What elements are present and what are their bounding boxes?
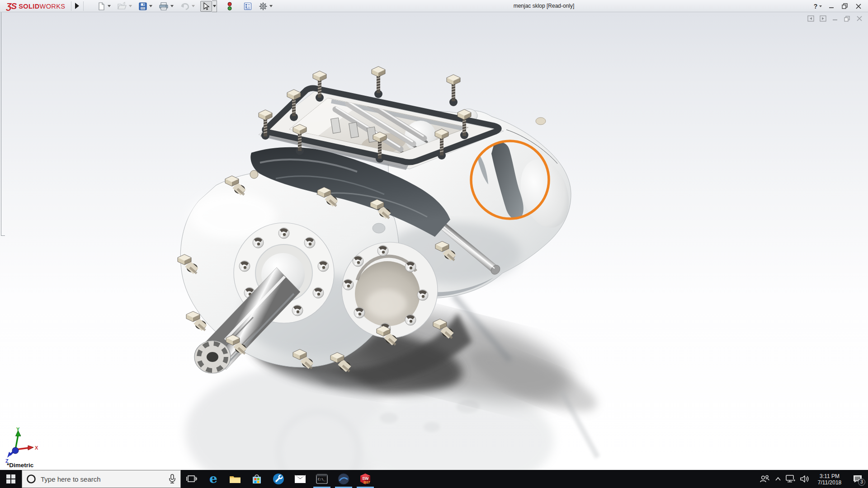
edge-button[interactable]: e	[203, 470, 224, 488]
notification-badge: 3	[858, 479, 865, 486]
properties-button[interactable]	[242, 1, 253, 12]
menu-flyout-arrow[interactable]	[74, 2, 80, 10]
store-icon	[251, 474, 262, 484]
chevron-up-icon	[775, 477, 781, 481]
select-tool-dropdown[interactable]	[212, 0, 217, 12]
restore-button[interactable]	[839, 1, 851, 11]
system-tray: 3:11 PM 7/11/2018 3	[757, 470, 868, 488]
view-lights-button[interactable]	[226, 1, 233, 12]
document-title: menjac sklop [Read-only]	[514, 3, 575, 9]
view-orientation-label: *Dimetric	[7, 462, 33, 469]
gear-icon	[259, 2, 268, 11]
undo-icon	[180, 2, 190, 11]
command-prompt-icon: C:\_	[316, 474, 328, 484]
minimize-button[interactable]	[826, 1, 837, 11]
action-center-button[interactable]: 3	[847, 470, 868, 488]
open-dropdown[interactable]	[128, 1, 133, 12]
support-assist-button[interactable]	[333, 470, 354, 488]
save-button[interactable]	[137, 1, 148, 12]
open-icon	[117, 2, 127, 11]
tray-time: 3:11 PM	[820, 473, 840, 479]
search-input[interactable]	[41, 475, 164, 483]
graphics-viewport[interactable]: Y X Z *Dimetric	[0, 12, 868, 470]
tray-overflow-button[interactable]	[772, 470, 784, 488]
start-button[interactable]	[0, 470, 22, 488]
wrench-circle-icon	[273, 473, 284, 485]
options-dropdown[interactable]	[269, 1, 274, 12]
solidworks-button[interactable]: SW 2017	[354, 470, 376, 488]
task-view-icon	[186, 474, 197, 484]
side-cover-flange[interactable]	[342, 242, 438, 338]
file-explorer-button[interactable]	[224, 470, 246, 488]
help-button[interactable]: ?	[812, 1, 824, 11]
open-button[interactable]	[116, 1, 128, 12]
reference-triad: Y X Z	[3, 427, 44, 465]
new-document-icon	[97, 2, 106, 11]
new-document-button[interactable]	[96, 1, 107, 12]
solidworks-logo: ƷSSOLIDWORKS	[6, 1, 65, 11]
new-document-dropdown[interactable]	[107, 1, 112, 12]
support-assist-icon	[338, 473, 349, 485]
title-bar: ƷSSOLIDWORKS	[0, 0, 868, 12]
solidworks-2017-icon: SW 2017	[359, 473, 371, 485]
select-cursor-icon	[202, 2, 211, 11]
print-dropdown[interactable]	[170, 1, 175, 12]
undo-button[interactable]	[179, 1, 191, 12]
mail-button[interactable]	[289, 470, 311, 488]
clock[interactable]: 3:11 PM 7/11/2018	[812, 470, 847, 488]
volume-button[interactable]	[797, 470, 812, 488]
people-button[interactable]	[757, 470, 772, 488]
tray-date: 7/11/2018	[818, 479, 842, 486]
command-prompt-button[interactable]: C:\_	[311, 470, 333, 488]
print-icon	[159, 2, 169, 11]
print-button[interactable]	[158, 1, 170, 12]
main-toolbar	[96, 0, 274, 12]
properties-list-icon	[243, 2, 252, 11]
microphone-icon[interactable]	[169, 474, 176, 484]
dassault-glyph: ƷS	[6, 1, 16, 11]
save-dropdown[interactable]	[148, 1, 153, 12]
traffic-light-icon	[227, 2, 232, 11]
triad-x-label: X	[35, 445, 38, 450]
task-view-button[interactable]	[181, 470, 203, 488]
sw-icon-text: SW	[362, 476, 369, 481]
save-icon	[138, 2, 147, 11]
help-dropdown-icon	[819, 5, 822, 7]
windows-taskbar: e C:\_	[0, 470, 868, 488]
speaker-icon	[800, 475, 810, 483]
select-tool-button[interactable]	[200, 1, 212, 12]
file-explorer-icon	[229, 474, 241, 484]
options-button[interactable]	[258, 1, 269, 12]
store-button[interactable]	[246, 470, 268, 488]
sw-icon-year: 2017	[363, 481, 370, 484]
toolbar-separator	[71, 1, 71, 11]
tools-app-button[interactable]	[268, 470, 289, 488]
undo-dropdown[interactable]	[191, 1, 196, 12]
gearbox-model[interactable]	[0, 12, 868, 470]
cmd-prompt-text: C:\_	[318, 478, 326, 481]
people-icon	[760, 475, 769, 483]
cortana-icon	[26, 474, 36, 484]
windows-logo-icon	[6, 474, 15, 483]
triad-y-label: Y	[16, 427, 20, 432]
close-button[interactable]	[853, 1, 864, 11]
taskbar-search[interactable]	[22, 470, 181, 488]
mail-icon	[294, 474, 306, 483]
network-button[interactable]	[784, 470, 797, 488]
toolbar-separator	[83, 1, 84, 11]
network-ethernet-icon	[786, 475, 796, 483]
edge-icon: e	[209, 474, 217, 484]
